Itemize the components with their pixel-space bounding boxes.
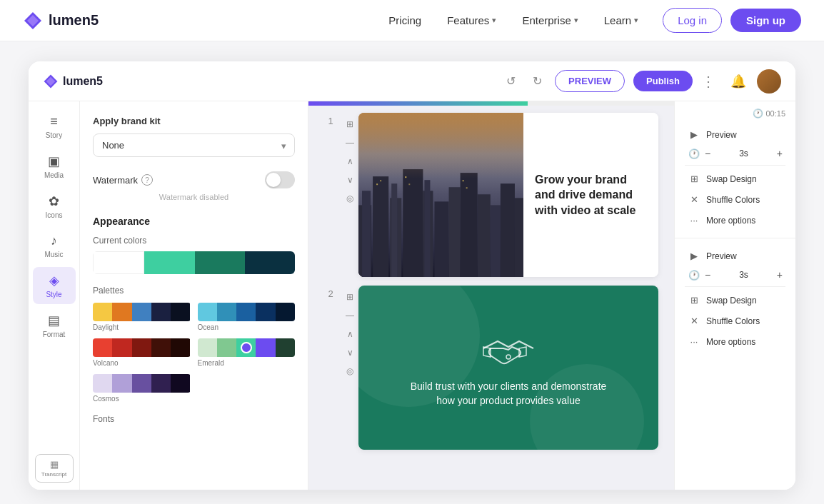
slide-1-more-options-btn[interactable]: ··· More options [685, 210, 785, 231]
redo-button[interactable]: ↻ [528, 71, 546, 91]
app-logo: lumen5 [43, 74, 103, 89]
palette-swatch [93, 303, 112, 321]
undo-button[interactable]: ↺ [502, 71, 520, 91]
preview-button[interactable]: PREVIEW [555, 70, 625, 92]
user-avatar[interactable] [757, 69, 781, 94]
slide-1-preview-btn[interactable]: ▶ Preview [685, 124, 785, 145]
nav-pricing[interactable]: Pricing [378, 10, 431, 31]
palette-volcano-name: Volcano [93, 359, 191, 367]
sidebar-item-format[interactable]: ▤ Format [33, 307, 76, 344]
more-options-button[interactable]: ⋮ [701, 73, 715, 90]
slide-2-duration: 3s [715, 270, 773, 280]
slide-2-text: Build trust with your clients and demons… [408, 380, 608, 408]
duration-plus-btn[interactable]: + [777, 148, 783, 159]
fonts-label: Fonts [93, 414, 295, 424]
appearance-section: Appearance Current colors Palettes [93, 216, 295, 424]
action-divider-1 [685, 165, 785, 166]
palette-swatch [217, 338, 236, 357]
app-header-right: 🔔 [727, 69, 781, 94]
chevron-up-2-icon[interactable]: ∧ [343, 327, 357, 341]
music-icon: ♪ [51, 233, 57, 248]
svg-point-21 [506, 355, 511, 359]
sidebar-item-style[interactable]: ◈ Style [33, 267, 76, 304]
publish-button[interactable]: Publish [633, 71, 693, 91]
slide-1-headline: Grow your brand and drive demand with vi… [535, 172, 647, 218]
palette-swatch-selected [236, 338, 256, 357]
eye-icon[interactable]: ◎ [343, 191, 357, 206]
watermark-disabled-text: Watermark disabled [93, 193, 295, 201]
collapse-icon[interactable]: — [343, 136, 357, 150]
palette-swatch [171, 374, 190, 393]
current-color-swatches[interactable] [93, 251, 295, 274]
watermark-toggle[interactable] [265, 171, 295, 188]
slide-1-shuffle-colors-btn[interactable]: ✕ Shuffle Colors [685, 189, 785, 210]
slide-2-swap-design-btn[interactable]: ⊞ Swap Design [685, 290, 785, 311]
notifications-bell-icon[interactable]: 🔔 [727, 70, 750, 93]
slide-2-preview-btn[interactable]: ▶ Preview [685, 246, 785, 266]
dots-2-icon: ··· [688, 336, 700, 347]
expand-icon[interactable]: ⊞ [343, 117, 357, 131]
slide-2-duration-row: 🕐 − 3s + [685, 266, 785, 283]
palette-ocean[interactable]: Ocean [198, 303, 296, 331]
expand-2-icon[interactable]: ⊞ [343, 290, 357, 304]
learn-chevron-icon: ▾ [634, 16, 638, 25]
story-icon: ≡ [50, 114, 58, 129]
slide-2-actions-panel: ▶ Preview 🕐 − 3s + ⊞ Swap Design [675, 238, 795, 359]
svg-rect-8 [434, 201, 448, 277]
sidebar-item-icons[interactable]: ✿ Icons [33, 188, 76, 225]
slide-1-actions-panel: 🕐 00:15 ▶ Preview 🕐 − 3s + [675, 101, 795, 238]
palette-emerald[interactable]: Emerald [198, 338, 296, 367]
svg-rect-1 [362, 191, 371, 277]
duration-minus-btn[interactable]: − [705, 148, 710, 159]
slide-1-swap-design-btn[interactable]: ⊞ Swap Design [685, 168, 785, 189]
sidebar-item-story[interactable]: ≡ Story [33, 109, 76, 145]
slide-2-duration-minus-btn[interactable]: − [705, 269, 710, 281]
palette-emerald-name: Emerald [198, 359, 296, 367]
sidebar-item-music[interactable]: ♪ Music [33, 228, 76, 264]
chevron-up-icon[interactable]: ∧ [343, 154, 357, 168]
collapse-2-icon[interactable]: — [343, 308, 357, 323]
slide-2-duration-plus-btn[interactable]: + [777, 269, 783, 281]
palette-volcano[interactable]: Volcano [93, 338, 191, 367]
appearance-title: Appearance [93, 216, 295, 227]
watermark-help-icon[interactable]: ? [141, 174, 153, 186]
app-logo-text: lumen5 [63, 75, 103, 88]
svg-rect-14 [515, 198, 523, 277]
transcript-icon: ▦ [50, 459, 59, 470]
navbar-logo[interactable]: lumen5 [23, 11, 99, 31]
palette-swatch [132, 303, 151, 321]
palette-daylight[interactable]: Daylight [93, 303, 191, 331]
svg-rect-10 [461, 173, 478, 277]
palette-cosmos[interactable]: Cosmos [93, 374, 191, 403]
sidebar-item-media[interactable]: ▣ Media [33, 148, 76, 185]
eye-2-icon[interactable]: ◎ [343, 364, 357, 378]
slide-card-2[interactable]: Build trust with your clients and demons… [358, 286, 658, 450]
svg-rect-2 [373, 176, 388, 277]
nav-learn[interactable]: Learn ▾ [594, 10, 648, 31]
nav-enterprise[interactable]: Enterprise ▾ [512, 10, 588, 31]
sidebar-item-transcript[interactable]: ▦ Transcript [35, 454, 74, 483]
slide-2-shuffle-colors-btn[interactable]: ✕ Shuffle Colors [685, 311, 785, 331]
editor-center: 1 ⊞ — ∧ ∨ ◎ [308, 101, 674, 490]
svg-rect-19 [463, 180, 464, 181]
main-content: lumen5 ↺ ↻ PREVIEW Publish ⋮ 🔔 ≡ Story [0, 41, 824, 504]
slide-1-number-col: 1 [320, 113, 341, 126]
signup-button[interactable]: Sign up [730, 9, 801, 32]
nav-features[interactable]: Features ▾ [437, 10, 506, 31]
palette-swatch [112, 303, 131, 321]
palette-swatch [132, 338, 151, 357]
slide-2-number: 2 [328, 288, 333, 299]
palette-swatch [276, 303, 295, 321]
style-panel: Apply brand kit None Watermark ? [80, 101, 308, 490]
chevron-down-2-icon[interactable]: ∨ [343, 346, 357, 360]
app-body: ≡ Story ▣ Media ✿ Icons ♪ Music ◈ Styl [29, 101, 795, 490]
login-button[interactable]: Log in [663, 8, 722, 33]
brand-kit-select[interactable]: None [93, 133, 295, 157]
sidebar-nav: ≡ Story ▣ Media ✿ Icons ♪ Music ◈ Styl [29, 101, 80, 490]
watermark-label: Watermark ? [93, 174, 153, 186]
shuffle-icon: ✕ [688, 194, 700, 205]
svg-rect-20 [466, 187, 468, 188]
slide-2-more-options-btn[interactable]: ··· More options [685, 331, 785, 352]
chevron-down-icon[interactable]: ∨ [343, 173, 357, 187]
slide-card-1[interactable]: Grow your brand and drive demand with vi… [358, 113, 658, 277]
